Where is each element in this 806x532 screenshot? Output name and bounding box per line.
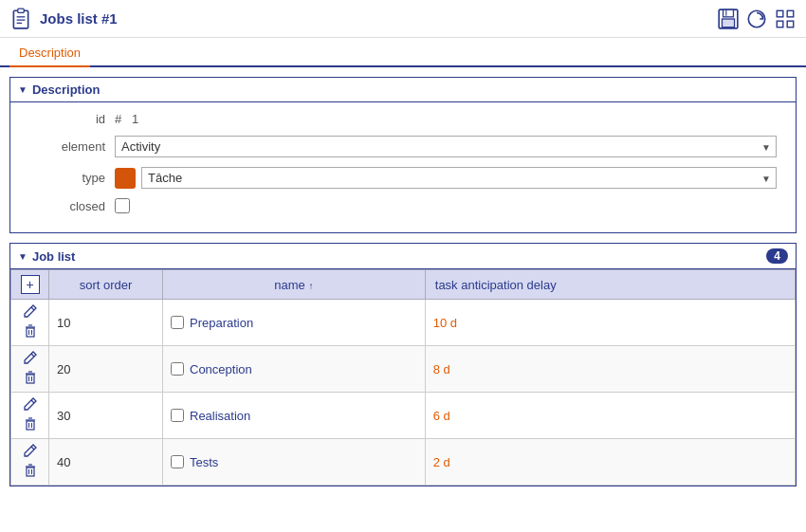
save-icon[interactable] [717,8,740,30]
svg-rect-10 [777,10,783,17]
job-list-title: Job list [32,249,76,264]
sort-order-cell: 40 [49,439,163,486]
name-sort-arrow: ↑ [308,281,313,291]
clipboard-icon [9,8,32,30]
svg-rect-7 [722,19,734,28]
description-section: ▼ Description id # 1 element Activity [9,77,797,233]
tab-bar: Description [0,40,806,67]
action-icons [19,350,41,388]
row-actions-cell [11,439,49,486]
edit-icon[interactable] [23,350,38,368]
svg-rect-11 [787,10,794,17]
delay-cell: 6 d [425,393,795,439]
closed-row: closed [29,198,777,213]
row-actions-cell [11,300,49,346]
name-cell: Tests [163,439,426,486]
description-title: Description [32,83,101,97]
th-name[interactable]: name ↑ [163,270,426,300]
row-checkbox[interactable] [171,455,184,468]
type-select-wrapper: Tâche ▼ [141,167,777,189]
table-header-row: + sort order name ↑ task anticipation de… [11,270,796,300]
svg-rect-1 [18,9,25,12]
table-row: 20 Conception 8 d [11,346,796,393]
row-actions-cell [11,393,49,439]
delay-cell: 8 d [425,346,795,393]
row-name-link[interactable]: Tests [190,455,218,469]
svg-rect-13 [787,21,794,28]
svg-rect-21 [27,375,34,383]
type-row-content: Tâche ▼ [115,167,777,189]
svg-line-32 [31,447,34,449]
job-list-header-left: ▼ Job list [18,249,75,264]
delay-cell: 10 d [425,300,795,346]
id-hash: # [115,112,121,126]
id-number: 1 [132,112,138,126]
delay-cell: 2 d [425,439,795,486]
description-form: id # 1 element Activity ▼ type [10,102,796,232]
element-select-wrapper: Activity ▼ [115,136,777,157]
id-row: id # 1 [29,112,777,126]
description-section-header: ▼ Description [10,78,796,102]
job-list-section-header: ▼ Job list 4 [10,244,796,269]
job-table: + sort order name ↑ task anticipation de… [10,269,796,486]
element-select[interactable]: Activity [115,136,777,157]
svg-rect-6 [724,9,734,17]
description-header-left: ▼ Description [18,83,100,97]
svg-rect-15 [27,328,34,337]
job-list-section: ▼ Job list 4 + sort order name ↑ [9,243,797,486]
row-actions-cell [11,346,49,393]
row-name-link[interactable]: Preparation [190,316,253,330]
id-label: id [29,112,115,126]
row-checkbox[interactable] [171,316,184,329]
edit-icon[interactable] [23,303,38,321]
description-toggle[interactable]: ▼ [18,84,27,95]
row-name-link[interactable]: Conception [190,362,252,376]
main-content: ▼ Description id # 1 element Activity [0,67,806,522]
svg-rect-27 [27,421,34,430]
page-title: Jobs list #1 [40,10,118,27]
closed-checkbox[interactable] [115,198,130,213]
job-table-body: 10 Preparation 10 d 20 [11,300,796,486]
th-actions: + [11,270,49,300]
element-row: element Activity ▼ [29,136,777,157]
edit-icon[interactable] [23,443,38,461]
type-row: type Tâche ▼ [29,167,777,189]
id-value: # 1 [115,112,777,126]
delete-icon[interactable] [23,323,38,341]
delete-icon[interactable] [23,463,38,481]
refresh-icon[interactable] [745,8,768,30]
app-header: Jobs list #1 [0,0,806,38]
type-select[interactable]: Tâche [141,167,777,189]
action-icons [19,443,41,481]
th-task-delay: task anticipation delay [425,270,795,300]
row-checkbox[interactable] [171,409,184,422]
svg-line-26 [31,400,34,403]
table-row: 30 Realisation 6 d [11,393,796,439]
table-row: 10 Preparation 10 d [11,300,796,346]
action-icons [19,303,41,341]
delete-icon[interactable] [23,370,38,388]
element-label: element [29,139,115,154]
grid-menu-icon[interactable] [774,8,797,30]
name-cell: Preparation [163,300,426,346]
job-list-toggle[interactable]: ▼ [18,251,27,262]
action-icons [19,396,41,434]
svg-rect-33 [27,468,34,476]
th-sort-order: sort order [49,270,163,300]
edit-icon[interactable] [23,396,38,414]
row-checkbox[interactable] [171,362,184,376]
sort-order-cell: 10 [49,300,163,346]
tab-description[interactable]: Description [9,40,90,67]
sort-order-cell: 30 [49,393,163,439]
table-row: 40 Tests 2 d [11,439,796,486]
svg-line-14 [31,307,34,310]
add-job-button[interactable]: + [21,275,40,294]
job-list-count: 4 [766,248,788,264]
row-name-link[interactable]: Realisation [190,409,250,423]
delete-icon[interactable] [23,416,38,434]
svg-line-20 [31,354,34,357]
type-color-swatch [115,168,136,189]
name-cell: Realisation [163,393,426,439]
header-actions [717,8,797,30]
name-cell: Conception [163,346,426,393]
